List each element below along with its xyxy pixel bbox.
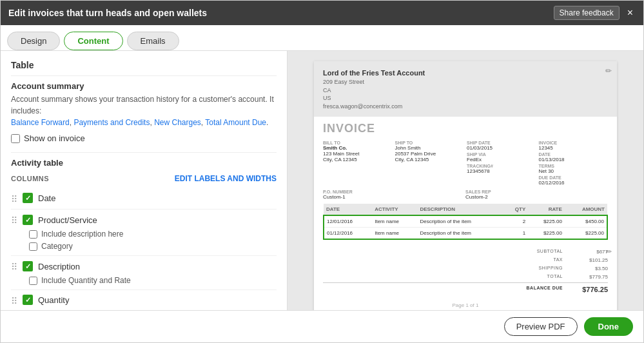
tax-row: TAX $101.25 [323,256,608,264]
column-label-date: Date [38,193,55,203]
modal-title: Edit invoices that turn heads and open w… [8,8,207,18]
th-rate: RATE [528,204,565,215]
table-row: 12/01/2016 Item name Description of the … [324,215,607,228]
columns-header: COLUMNS EDIT LABELS AND WIDTHS [11,174,277,183]
show-on-invoice-checkbox[interactable] [11,134,20,143]
include-desc-checkbox[interactable] [29,230,37,239]
table-row: 01/12/2016 Item name Description of the … [324,228,607,240]
totals-section: ✏ SUBTOTAL $677 TAX $101.25 SHIPPING $3.… [314,245,617,297]
drag-handle-quantity[interactable]: ⠿ [11,296,17,306]
include-desc-label: Include description here [41,230,123,239]
total-amount-due-link[interactable]: Total Amount Due [205,118,266,127]
modal-footer: Preview PDF Done [1,310,643,342]
show-on-invoice-label: Show on invoice [24,133,85,143]
invoice-table-section: DATE ACTIVITY DESCRIPTION QTY RATE AMOUN… [314,204,617,245]
column-label-quantity: Quantity [38,295,69,305]
column-row-date: ⠿ Date [11,188,277,210]
account-summary-desc: Account summary shows your transaction h… [11,93,277,128]
subtotal-row: SUBTOTAL $677 [323,248,608,256]
column-label-description: Description [38,262,80,271]
show-on-invoice-row: Show on invoice [11,133,277,143]
total-row: TOTAL $779.75 [323,273,608,281]
category-checkbox[interactable] [29,242,37,251]
po-block: P.O. NUMBER Custom-1 [323,190,465,200]
company-edit-icon[interactable]: ✏ [605,66,612,75]
include-qty-rate-checkbox[interactable] [29,277,37,285]
drag-handle-product[interactable]: ⠿ [11,215,17,226]
invoice-table: DATE ACTIVITY DESCRIPTION QTY RATE AMOUN… [323,204,608,240]
invoice-title: INVOICE [314,117,617,138]
invoice-company-header: Lord of the Fries Test Account 209 Easy … [314,61,617,117]
th-qty: QTY [504,204,528,215]
company-name: Lord of the Fries Test Account [323,69,608,77]
th-activity: ACTIVITY [372,204,417,215]
company-details: 209 Easy Street CA US fresca.wagon@conce… [323,78,608,110]
shipping-row: SHIPPING $3.50 [323,264,608,273]
sub-option-include-desc: Include description here [29,230,123,239]
ship-info-block: SHIP DATE 01/03/2015 SHIP VIA FedEx TRAC… [467,141,536,186]
left-panel: Table Account summary Account summary sh… [1,51,288,310]
modal-header: Edit invoices that turn heads and open w… [1,1,643,25]
done-button[interactable]: Done [584,317,634,336]
drag-handle-description[interactable]: ⠿ [11,262,17,272]
tab-design[interactable]: Design [7,32,60,50]
balance-forward-link[interactable]: Balance Forward [11,118,70,127]
checkbox-product[interactable] [23,215,33,225]
sub-option-category: Category [29,242,123,251]
checkbox-date[interactable] [23,193,33,203]
column-row-product: ⠿ Product/Service Include description he… [11,210,277,256]
activity-table-title: Activity table [11,158,277,168]
bill-to-block: BILL TO Smith Co. 123 Main Street City, … [323,141,393,186]
th-date: DATE [324,204,372,215]
invoice-preview: Lord of the Fries Test Account 209 Easy … [314,61,617,310]
sales-rep-block: SALES REP Custom-2 [465,190,608,200]
new-charges-link[interactable]: New Charges [154,118,201,127]
th-amount: AMOUNT [565,204,607,215]
close-button[interactable]: × [625,7,636,19]
category-label: Category [41,242,73,251]
checkbox-quantity[interactable] [23,295,33,305]
payments-credits-link[interactable]: Payments and Credits [73,118,150,127]
edit-labels-button[interactable]: EDIT LABELS AND WIDTHS [175,174,277,183]
column-label-product: Product/Service [38,215,97,225]
totals-edit-icon[interactable]: ✏ [606,248,612,256]
column-row-description: ⠿ Description Include Quantity and Rate [11,256,277,290]
columns-label: COLUMNS [11,175,49,182]
preview-pdf-button[interactable]: Preview PDF [504,317,578,336]
invoice-page-footer: Page 1 of 1 [314,297,617,310]
th-description: DESCRIPTION [417,204,503,215]
include-qty-rate-label: Include Quantity and Rate [41,276,131,285]
table-section-title: Table [11,60,277,70]
ship-to-block: SHIP TO John Smith 20537 Palm Drive City… [395,141,465,186]
share-feedback-button[interactable]: Share feedback [554,6,620,20]
sub-option-include-qty-rate: Include Quantity and Rate [29,276,131,285]
balance-due-row: BALANCE DUE $776.25 [323,282,608,295]
tab-emails[interactable]: Emails [127,32,179,50]
tab-content[interactable]: Content [64,32,122,50]
tab-bar: Design Content Emails [1,25,643,51]
checkbox-description[interactable] [23,261,33,271]
invoice-preview-panel: Lord of the Fries Test Account 209 Easy … [288,51,643,310]
account-summary-title: Account summary [11,81,277,91]
column-row-quantity: ⠿ Quantity [11,290,277,310]
invoice-info-block: INVOICE 12345 DATE 01/13/2018 TERMS Net … [539,141,609,186]
drag-handle-date[interactable]: ⠿ [11,194,17,204]
